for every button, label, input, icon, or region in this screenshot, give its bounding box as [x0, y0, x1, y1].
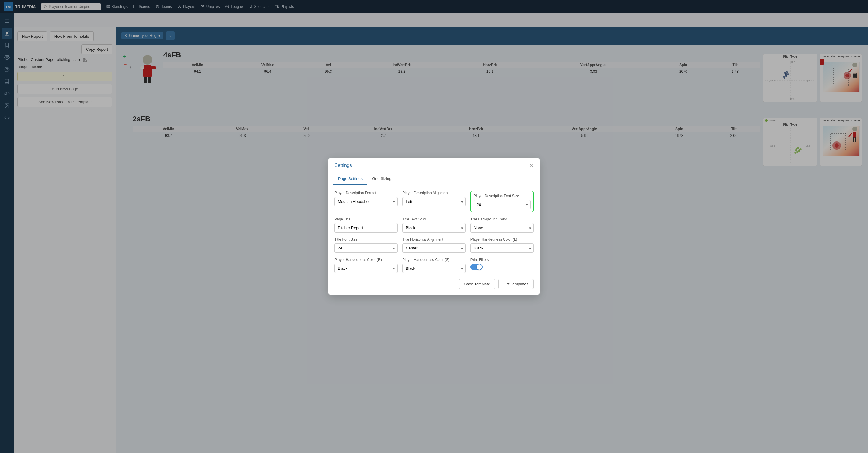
title-font-size-label: Title Font Size	[335, 237, 398, 242]
settings-row-4: Player Handedness Color (R) Black Player…	[335, 258, 533, 273]
settings-row-2: Page Title Title Text Color Black Title …	[335, 217, 533, 232]
print-filters-group: Print Filters	[470, 258, 533, 273]
title-horizontal-alignment-select-wrapper[interactable]: Center	[402, 244, 465, 253]
title-background-color-group: Title Background Color None	[470, 217, 533, 232]
player-description-format-select-wrapper[interactable]: Medium Headshot	[335, 197, 398, 206]
toggle-knob	[476, 264, 482, 270]
page-title-label: Page Title	[335, 217, 398, 221]
player-description-alignment-select-wrapper[interactable]: Left	[402, 197, 465, 206]
save-template-button[interactable]: Save Template	[459, 279, 495, 289]
title-background-color-label: Title Background Color	[470, 217, 533, 221]
title-background-color-select-wrapper[interactable]: None	[470, 223, 533, 232]
page-title-input[interactable]	[335, 223, 398, 232]
modal-title: Settings	[335, 163, 352, 168]
settings-row-3: Title Font Size 24 Title Horizontal Alig…	[335, 237, 533, 253]
title-text-color-select-wrapper[interactable]: Black	[402, 223, 465, 232]
title-font-size-group: Title Font Size 24	[335, 237, 398, 253]
print-filters-label: Print Filters	[470, 258, 533, 262]
player-handedness-color-r-select[interactable]: Black	[335, 264, 398, 273]
title-horizontal-alignment-label: Title Horizontal Alignment	[402, 237, 465, 242]
page-title-group: Page Title	[335, 217, 398, 232]
print-filters-toggle[interactable]	[470, 264, 483, 270]
modal-tabs: Page Settings Grid Sizing	[329, 173, 539, 185]
player-handedness-color-s-select-wrapper[interactable]: Black	[402, 264, 465, 273]
settings-row-1: Player Description Format Medium Headsho…	[335, 191, 533, 212]
tab-page-settings[interactable]: Page Settings	[333, 173, 367, 185]
player-handedness-color-s-select[interactable]: Black	[402, 264, 465, 273]
player-description-font-size-select[interactable]: 20	[473, 200, 530, 209]
player-handedness-color-s-label: Player Handedness Color (S)	[402, 258, 465, 262]
player-description-font-size-select-wrapper[interactable]: 20	[473, 200, 530, 209]
title-text-color-label: Title Text Color	[402, 217, 465, 221]
title-horizontal-alignment-group: Title Horizontal Alignment Center	[402, 237, 465, 253]
print-filters-toggle-switch	[470, 264, 533, 270]
settings-modal-overlay[interactable]: Settings ✕ Page Settings Grid Sizing Pla…	[0, 0, 868, 453]
modal-close-button[interactable]: ✕	[529, 162, 533, 169]
modal-header: Settings ✕	[329, 158, 539, 173]
list-templates-button[interactable]: List Templates	[498, 279, 533, 289]
player-description-font-size-label: Player Description Font Size	[473, 194, 530, 198]
settings-modal: Settings ✕ Page Settings Grid Sizing Pla…	[329, 158, 539, 295]
title-font-size-select-wrapper[interactable]: 24	[335, 244, 398, 253]
player-description-alignment-group: Player Description Alignment Left	[402, 191, 465, 212]
player-description-format-label: Player Description Format	[335, 191, 398, 195]
player-description-alignment-label: Player Description Alignment	[402, 191, 465, 195]
modal-body: Player Description Format Medium Headsho…	[329, 185, 539, 295]
modal-footer-actions: Save Template List Templates	[335, 279, 533, 289]
player-description-format-select[interactable]: Medium Headshot	[335, 197, 398, 206]
player-handedness-color-l-label: Player Handedness Color (L)	[470, 237, 533, 242]
title-text-color-select[interactable]: Black	[402, 223, 465, 232]
player-handedness-color-l-select[interactable]: Black	[470, 244, 533, 253]
player-handedness-color-r-group: Player Handedness Color (R) Black	[335, 258, 398, 273]
player-handedness-color-r-select-wrapper[interactable]: Black	[335, 264, 398, 273]
player-description-format-group: Player Description Format Medium Headsho…	[335, 191, 398, 212]
player-handedness-color-r-label: Player Handedness Color (R)	[335, 258, 398, 262]
tab-grid-sizing[interactable]: Grid Sizing	[367, 173, 396, 185]
title-text-color-group: Title Text Color Black	[402, 217, 465, 232]
player-handedness-color-l-group: Player Handedness Color (L) Black	[470, 237, 533, 253]
player-handedness-color-s-group: Player Handedness Color (S) Black	[402, 258, 465, 273]
player-description-font-size-group: Player Description Font Size 20	[470, 191, 533, 212]
title-font-size-select[interactable]: 24	[335, 244, 398, 253]
player-description-alignment-select[interactable]: Left	[402, 197, 465, 206]
player-handedness-color-l-select-wrapper[interactable]: Black	[470, 244, 533, 253]
title-horizontal-alignment-select[interactable]: Center	[402, 244, 465, 253]
title-background-color-select[interactable]: None	[470, 223, 533, 232]
